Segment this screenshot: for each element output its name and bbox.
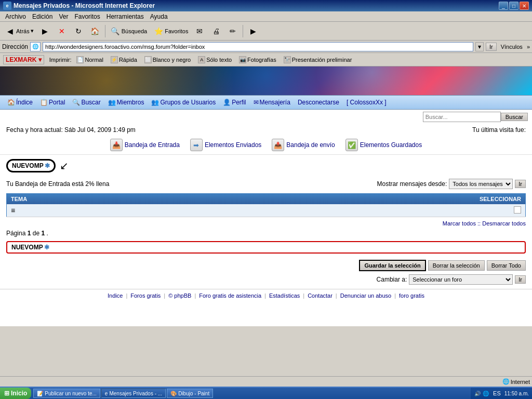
page-icon: 🌐 (30, 42, 41, 51)
menu-ver[interactable]: Ver (56, 12, 71, 21)
foro-select[interactable]: Seleccionar un foro (409, 274, 513, 285)
show-filter: Mostrar mensajes desde: Todos los mensaj… (377, 179, 526, 189)
footer-estadisticas[interactable]: Estadísticas (269, 292, 300, 299)
normal-print-button[interactable]: 📄 Normal (74, 56, 105, 64)
nav-indice[interactable]: 🏠 Índice (4, 98, 36, 107)
footer-denunciar[interactable]: Denunciar un abuso (340, 292, 391, 299)
nav-bar: 🏠 Índice 📋 Portal 🔍 Buscar 👥 Miembros 👥 … (0, 95, 532, 110)
nav-user[interactable]: [ ColossoxXx ] (343, 98, 390, 107)
footer-contactar[interactable]: Contactar (308, 292, 332, 299)
info-bar: Fecha y hora actual: Sáb Jul 04, 2009 1:… (0, 124, 532, 136)
bandeja-envio-btn[interactable]: 📤 Bandeja de envío (272, 139, 335, 151)
close-button[interactable]: ✕ (520, 2, 529, 10)
nav-mensajeria[interactable]: ✉ Mensajería (250, 98, 294, 107)
sent-icon: ➡ (190, 139, 203, 151)
menu-herramientas[interactable]: Herramientas (103, 12, 147, 21)
elementos-enviados-btn[interactable]: ➡ Elementos Enviados (190, 139, 261, 151)
message-icon: ≡ (11, 206, 15, 215)
nuevomp-circled-button[interactable]: NUEVOMP ✱ (6, 159, 56, 172)
search-button[interactable]: Buscar (501, 113, 528, 121)
guardar-seleccion-button[interactable]: Guardar la selección (359, 260, 425, 271)
home-nav-icon: 🏠 (7, 99, 15, 106)
nuevomp-bottom-button[interactable]: NUEVOMP ✱ (6, 241, 526, 254)
stop-button[interactable]: ✕ (54, 24, 70, 38)
address-dropdown[interactable]: ▾ (475, 42, 484, 51)
refresh-button[interactable]: ↻ (71, 24, 86, 38)
borrar-todo-button[interactable]: Borrar Todo (487, 260, 526, 271)
nav-miembros[interactable]: 👥 Miembros (105, 98, 148, 107)
print-button[interactable]: 🖨 (208, 24, 224, 38)
address-bar: Dirección 🌐 ▾ Ir Vínculos » (0, 41, 532, 53)
cambiar-go-button[interactable]: Ir (515, 275, 526, 284)
address-go-button[interactable]: Ir (486, 43, 497, 51)
bandeja-entrada-btn[interactable]: 📥 Bandeja de Entrada (110, 139, 180, 151)
search-button[interactable]: 🔍 Búsqueda (108, 24, 150, 38)
minimize-button[interactable]: _ (499, 2, 508, 10)
search-input[interactable] (423, 112, 501, 122)
windows-icon: ⊞ (4, 390, 9, 397)
presentacion-button[interactable]: 🔭 Presentación preliminar (282, 56, 354, 64)
status-bar: 🌐 Internet (0, 376, 532, 387)
menu-edicion[interactable]: Edición (29, 12, 56, 21)
taskbar: ⊞ Inicio 📝 Publicar un nuevo te... e Men… (0, 387, 532, 399)
menu-bar: Archivo Edición Ver Favoritos Herramient… (0, 11, 532, 22)
portal-icon: 📋 (40, 99, 48, 106)
elementos-guardados-btn[interactable]: ✅ Elementos Guardados (345, 139, 422, 151)
back-button[interactable]: ◀ Atrás ▾ (2, 24, 36, 38)
seleccionar-header: SELECCIONAR (475, 194, 526, 205)
marcar-todos-link[interactable]: Marcar todos (443, 220, 476, 227)
borrar-seleccion-button[interactable]: Borrar la selección (428, 260, 485, 271)
bottom-actions: Guardar la selección Borrar la selección… (0, 256, 532, 289)
menu-ayuda[interactable]: Ayuda (147, 12, 171, 21)
taskbar-item-1[interactable]: e Mensajes Privados - ... (101, 389, 166, 398)
nav-portal[interactable]: 📋 Portal (37, 98, 68, 107)
fotografias-button[interactable]: 📷 Fotografías (237, 56, 278, 64)
filter-go-button[interactable]: Ir (515, 180, 526, 188)
title-bar: e Mensajes Privados - Microsoft Internet… (0, 0, 532, 11)
rapida-button[interactable]: ⚡ Rápida (109, 56, 139, 64)
nav-desconectarse[interactable]: Desconectarse (295, 98, 342, 107)
inbox-percent: Tu Bandeja de Entrada está 2% llena (6, 180, 109, 188)
nav-grupos[interactable]: 👥 Grupos de Usuarios (148, 98, 219, 107)
solo-texto-button[interactable]: A Sólo texto (196, 56, 234, 64)
tray-icon-2: 🌐 (482, 390, 489, 397)
start-button[interactable]: ⊞ Inicio (0, 388, 31, 399)
blanco-negro-button[interactable]: ⬜ Blanco y negro (142, 56, 193, 64)
footer-foros-gratis[interactable]: Foros gratis (130, 292, 161, 299)
foto-icon: 📷 (239, 56, 246, 63)
taskbar-item-2[interactable]: 🎨 Dibujo - Paint (167, 389, 213, 398)
texto-icon: A (198, 56, 205, 63)
refresh-icon: ↻ (73, 26, 84, 36)
footer-indice[interactable]: Indice (108, 292, 123, 299)
address-input[interactable] (43, 42, 473, 51)
footer-foro-gratis2[interactable]: foro gratis (399, 292, 424, 299)
favorites-button[interactable]: ⭐ Favoritos (151, 24, 191, 38)
edit-button[interactable]: ✏ (225, 24, 241, 38)
menu-favoritos[interactable]: Favoritos (71, 12, 103, 21)
home-button[interactable]: 🏠 (87, 24, 103, 38)
bottom-nuevomp-area: NUEVOMP ✱ (0, 239, 532, 256)
mail-button[interactable]: ✉ (192, 24, 207, 38)
taskbar-item-0[interactable]: 📝 Publicar un nuevo te... (33, 389, 100, 398)
grupos-icon: 👥 (151, 99, 159, 106)
cambiar-row: Cambiar a: Seleccionar un foro Ir (6, 274, 526, 285)
nav-buscar[interactable]: 🔍 Buscar (69, 98, 103, 107)
address-label: Dirección (2, 43, 28, 50)
bn-icon: ⬜ (144, 56, 152, 63)
maximize-button[interactable]: □ (509, 2, 518, 10)
filter-select[interactable]: Todos los mensajes (449, 179, 513, 189)
checkbox-cell (475, 204, 526, 217)
menu-archivo[interactable]: Archivo (2, 12, 29, 21)
forum-banner (0, 66, 532, 95)
media-button[interactable]: ▶ (245, 24, 261, 38)
footer-phpbb[interactable]: © phpBB (168, 292, 191, 299)
footer-asistencia[interactable]: Foro gratis de asistencia (199, 292, 261, 299)
message-checkbox[interactable] (514, 206, 521, 214)
desmarcar-todos-link[interactable]: Desmarcar todos (482, 220, 526, 227)
saved-icon: ✅ (345, 139, 358, 151)
forward-button[interactable]: ▶ (37, 24, 53, 38)
search-bar: Buscar (0, 110, 532, 124)
nav-perfil[interactable]: 👤 Perfil (220, 98, 249, 107)
table-row: ≡ (7, 204, 526, 217)
zone-label: Internet (511, 379, 530, 385)
